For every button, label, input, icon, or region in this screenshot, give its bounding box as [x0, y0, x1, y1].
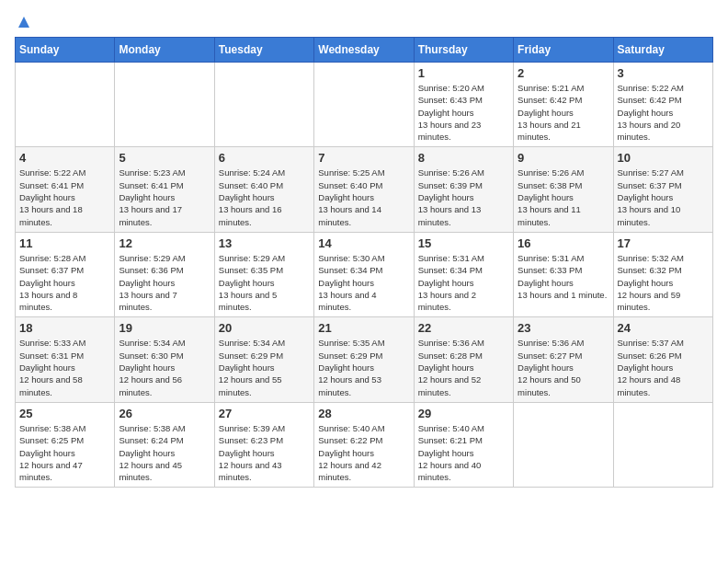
calendar-cell	[314, 63, 414, 147]
day-number: 22	[418, 321, 509, 335]
day-info: Sunrise: 5:35 AMSunset: 6:29 PMDaylight …	[318, 337, 409, 397]
calendar-cell	[115, 63, 214, 147]
weekday-header-wednesday: Wednesday	[314, 38, 414, 63]
calendar-cell: 3Sunrise: 5:22 AMSunset: 6:42 PMDaylight…	[613, 63, 712, 147]
day-info: Sunrise: 5:36 AMSunset: 6:27 PMDaylight …	[518, 337, 609, 397]
day-info: Sunrise: 5:26 AMSunset: 6:39 PMDaylight …	[418, 167, 509, 227]
calendar-cell: 18Sunrise: 5:33 AMSunset: 6:31 PMDayligh…	[16, 317, 115, 402]
calendar-cell: 4Sunrise: 5:22 AMSunset: 6:41 PMDaylight…	[16, 147, 115, 232]
day-number: 8	[418, 151, 509, 165]
day-info: Sunrise: 5:40 AMSunset: 6:21 PMDaylight …	[418, 422, 509, 483]
calendar-cell: 17Sunrise: 5:32 AMSunset: 6:32 PMDayligh…	[613, 232, 712, 316]
day-number: 27	[219, 407, 310, 420]
calendar-cell: 13Sunrise: 5:29 AMSunset: 6:35 PMDayligh…	[214, 232, 313, 316]
page-header	[15, 15, 713, 29]
weekday-header-tuesday: Tuesday	[214, 38, 313, 63]
day-info: Sunrise: 5:31 AMSunset: 6:33 PMDaylight …	[518, 252, 609, 301]
day-number: 23	[518, 321, 609, 335]
day-number: 10	[618, 151, 709, 165]
logo	[15, 15, 31, 29]
day-number: 25	[19, 407, 110, 420]
calendar-cell: 28Sunrise: 5:40 AMSunset: 6:22 PMDayligh…	[314, 402, 414, 487]
day-info: Sunrise: 5:33 AMSunset: 6:31 PMDaylight …	[19, 337, 110, 397]
calendar-cell: 9Sunrise: 5:26 AMSunset: 6:38 PMDaylight…	[514, 147, 613, 232]
calendar-cell: 2Sunrise: 5:21 AMSunset: 6:42 PMDaylight…	[514, 63, 613, 147]
day-info: Sunrise: 5:20 AMSunset: 6:43 PMDaylight …	[418, 82, 509, 143]
calendar-table: SundayMondayTuesdayWednesdayThursdayFrid…	[15, 37, 713, 488]
day-number: 13	[219, 236, 310, 250]
calendar-cell: 24Sunrise: 5:37 AMSunset: 6:26 PMDayligh…	[613, 317, 712, 402]
day-number: 4	[19, 151, 110, 165]
day-info: Sunrise: 5:23 AMSunset: 6:41 PMDaylight …	[119, 167, 210, 227]
day-info: Sunrise: 5:37 AMSunset: 6:26 PMDaylight …	[618, 337, 709, 397]
day-number: 5	[119, 151, 210, 165]
day-info: Sunrise: 5:22 AMSunset: 6:42 PMDaylight …	[618, 82, 709, 143]
day-info: Sunrise: 5:25 AMSunset: 6:40 PMDaylight …	[318, 167, 409, 227]
calendar-cell: 15Sunrise: 5:31 AMSunset: 6:34 PMDayligh…	[414, 232, 513, 316]
logo-icon	[17, 15, 31, 29]
weekday-header-saturday: Saturday	[613, 38, 712, 63]
weekday-header-thursday: Thursday	[414, 38, 513, 63]
svg-marker-0	[18, 17, 29, 28]
day-number: 17	[618, 236, 709, 250]
day-info: Sunrise: 5:39 AMSunset: 6:23 PMDaylight …	[219, 422, 310, 483]
calendar-cell	[613, 402, 712, 487]
day-info: Sunrise: 5:22 AMSunset: 6:41 PMDaylight …	[19, 167, 110, 227]
day-info: Sunrise: 5:32 AMSunset: 6:32 PMDaylight …	[618, 252, 709, 313]
day-info: Sunrise: 5:40 AMSunset: 6:22 PMDaylight …	[318, 422, 409, 483]
calendar-cell: 6Sunrise: 5:24 AMSunset: 6:40 PMDaylight…	[214, 147, 313, 232]
day-info: Sunrise: 5:30 AMSunset: 6:34 PMDaylight …	[318, 252, 409, 313]
day-info: Sunrise: 5:21 AMSunset: 6:42 PMDaylight …	[518, 82, 609, 143]
calendar-cell: 23Sunrise: 5:36 AMSunset: 6:27 PMDayligh…	[514, 317, 613, 402]
day-info: Sunrise: 5:36 AMSunset: 6:28 PMDaylight …	[418, 337, 509, 397]
day-number: 9	[518, 151, 609, 165]
day-number: 6	[219, 151, 310, 165]
day-info: Sunrise: 5:29 AMSunset: 6:36 PMDaylight …	[119, 252, 210, 313]
calendar-cell: 1Sunrise: 5:20 AMSunset: 6:43 PMDaylight…	[414, 63, 513, 147]
calendar-cell: 16Sunrise: 5:31 AMSunset: 6:33 PMDayligh…	[514, 232, 613, 316]
weekday-header-friday: Friday	[514, 38, 613, 63]
calendar-cell: 14Sunrise: 5:30 AMSunset: 6:34 PMDayligh…	[314, 232, 414, 316]
day-info: Sunrise: 5:31 AMSunset: 6:34 PMDaylight …	[418, 252, 509, 313]
day-number: 21	[318, 321, 409, 335]
day-info: Sunrise: 5:27 AMSunset: 6:37 PMDaylight …	[618, 167, 709, 227]
weekday-header-sunday: Sunday	[16, 38, 115, 63]
weekday-header-monday: Monday	[115, 38, 214, 63]
calendar-cell: 20Sunrise: 5:34 AMSunset: 6:29 PMDayligh…	[214, 317, 313, 402]
day-info: Sunrise: 5:29 AMSunset: 6:35 PMDaylight …	[219, 252, 310, 313]
calendar-cell: 5Sunrise: 5:23 AMSunset: 6:41 PMDaylight…	[115, 147, 214, 232]
calendar-cell	[514, 402, 613, 487]
day-info: Sunrise: 5:38 AMSunset: 6:25 PMDaylight …	[19, 422, 110, 483]
calendar-cell	[16, 63, 115, 147]
calendar-cell: 26Sunrise: 5:38 AMSunset: 6:24 PMDayligh…	[115, 402, 214, 487]
day-number: 28	[318, 407, 409, 420]
day-number: 19	[119, 321, 210, 335]
day-number: 18	[19, 321, 110, 335]
calendar-cell: 19Sunrise: 5:34 AMSunset: 6:30 PMDayligh…	[115, 317, 214, 402]
calendar-cell: 25Sunrise: 5:38 AMSunset: 6:25 PMDayligh…	[16, 402, 115, 487]
day-number: 12	[119, 236, 210, 250]
day-info: Sunrise: 5:26 AMSunset: 6:38 PMDaylight …	[518, 167, 609, 227]
calendar-cell: 21Sunrise: 5:35 AMSunset: 6:29 PMDayligh…	[314, 317, 414, 402]
calendar-cell: 22Sunrise: 5:36 AMSunset: 6:28 PMDayligh…	[414, 317, 513, 402]
day-info: Sunrise: 5:34 AMSunset: 6:29 PMDaylight …	[219, 337, 310, 397]
day-number: 14	[318, 236, 409, 250]
day-number: 2	[518, 66, 609, 80]
day-info: Sunrise: 5:38 AMSunset: 6:24 PMDaylight …	[119, 422, 210, 483]
day-number: 11	[19, 236, 110, 250]
calendar-cell: 27Sunrise: 5:39 AMSunset: 6:23 PMDayligh…	[214, 402, 313, 487]
day-number: 26	[119, 407, 210, 420]
day-info: Sunrise: 5:28 AMSunset: 6:37 PMDaylight …	[19, 252, 110, 313]
day-info: Sunrise: 5:24 AMSunset: 6:40 PMDaylight …	[219, 167, 310, 227]
day-number: 15	[418, 236, 509, 250]
calendar-cell	[214, 63, 313, 147]
calendar-cell: 11Sunrise: 5:28 AMSunset: 6:37 PMDayligh…	[16, 232, 115, 316]
day-number: 1	[418, 66, 509, 80]
calendar-cell: 29Sunrise: 5:40 AMSunset: 6:21 PMDayligh…	[414, 402, 513, 487]
day-number: 16	[518, 236, 609, 250]
calendar-cell: 8Sunrise: 5:26 AMSunset: 6:39 PMDaylight…	[414, 147, 513, 232]
day-number: 3	[618, 66, 709, 80]
calendar-cell: 10Sunrise: 5:27 AMSunset: 6:37 PMDayligh…	[613, 147, 712, 232]
day-number: 24	[618, 321, 709, 335]
calendar-cell: 12Sunrise: 5:29 AMSunset: 6:36 PMDayligh…	[115, 232, 214, 316]
